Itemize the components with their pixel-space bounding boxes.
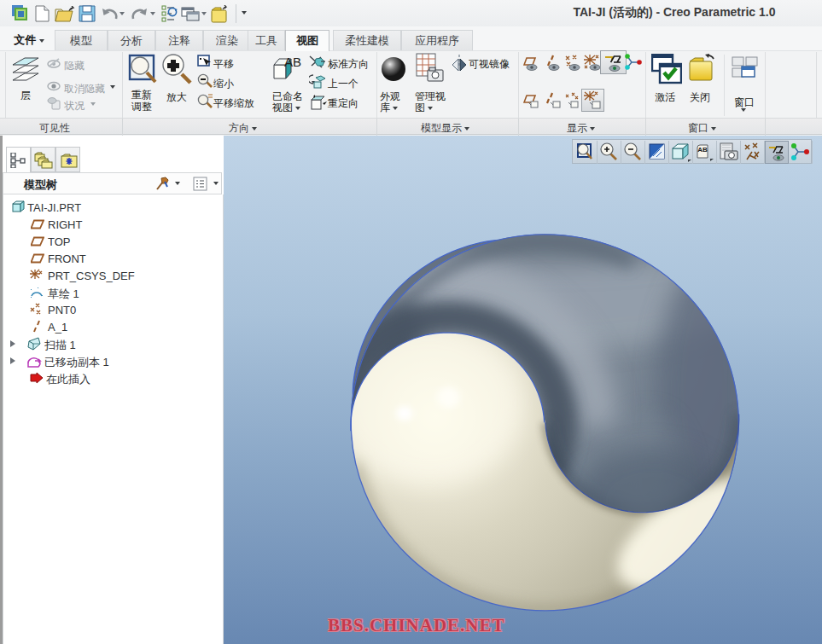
svg-text:AB: AB [697,146,708,154]
